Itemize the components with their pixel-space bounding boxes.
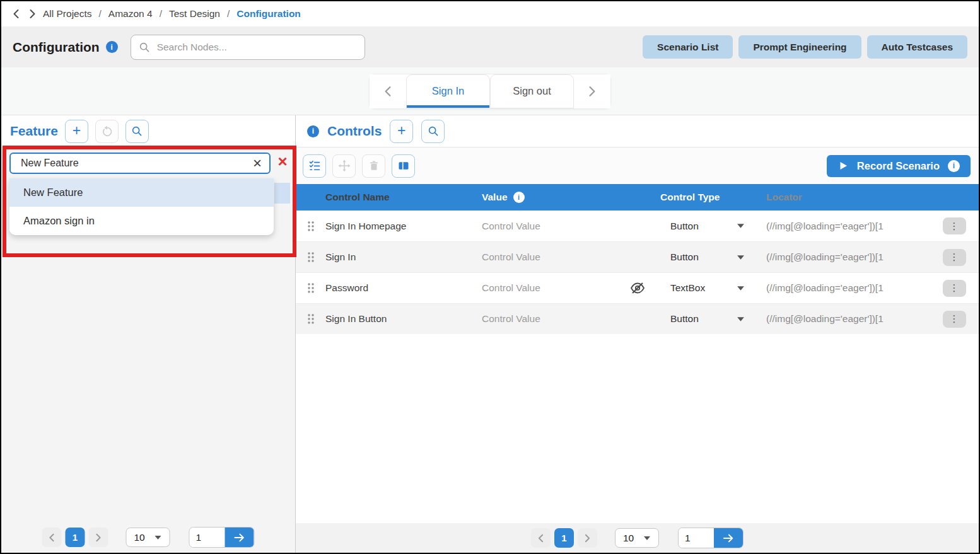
menu-cell: ⋮ <box>930 280 979 297</box>
goto-page-button[interactable] <box>714 528 743 548</box>
control-name-cell[interactable]: Sign In <box>325 251 482 263</box>
goto-page-input[interactable] <box>679 528 714 548</box>
locator-cell[interactable]: (//img[@loading='eager'])[1 <box>766 313 930 325</box>
drag-handle[interactable] <box>296 251 325 263</box>
chevron-left-icon <box>538 534 544 543</box>
control-value-cell[interactable]: Control Value <box>482 313 630 325</box>
next-page-button[interactable] <box>89 528 108 547</box>
control-name-header: Control Name <box>325 192 482 203</box>
clear-input-icon[interactable]: × <box>252 156 263 171</box>
add-control-button[interactable]: + <box>390 120 413 143</box>
search-control-button[interactable] <box>421 120 445 143</box>
control-name-cell[interactable]: Sign In Button <box>325 313 482 325</box>
kebab-menu-icon[interactable]: ⋮ <box>943 311 966 328</box>
breadcrumb-item-all-projects[interactable]: All Projects <box>43 8 92 20</box>
feature-search-input[interactable] <box>20 157 252 170</box>
tab-sign-out[interactable]: Sign out <box>490 74 574 108</box>
controls-toolbar: Record Scenario i <box>296 147 979 184</box>
control-value-cell[interactable]: Control Value <box>482 221 630 232</box>
tab-sign-in[interactable]: Sign In <box>406 74 490 108</box>
prev-page-button[interactable] <box>531 528 551 548</box>
chevron-down-icon[interactable] <box>737 255 745 260</box>
undo-button[interactable] <box>95 120 119 143</box>
plus-icon: + <box>397 124 405 138</box>
main-content: Feature + <box>1 115 979 553</box>
close-search-icon[interactable]: × <box>272 153 293 170</box>
breadcrumb-item-amazon-4[interactable]: Amazon 4 <box>108 8 153 20</box>
columns-icon <box>397 159 410 172</box>
controls-pagination: 1 10 <box>531 528 744 548</box>
chevron-down-icon[interactable] <box>737 316 745 322</box>
goto-page-input[interactable] <box>190 528 225 547</box>
control-name-cell[interactable]: Sign In Homepage <box>325 221 482 232</box>
drag-handle[interactable] <box>296 220 325 233</box>
chevron-down-icon[interactable] <box>737 286 745 291</box>
prompt-engineering-button[interactable]: Prompt Engineering <box>738 35 861 59</box>
kebab-menu-icon[interactable]: ⋮ <box>943 217 966 234</box>
nav-back-button[interactable] <box>8 6 24 22</box>
page-title: Configuration i <box>13 40 118 55</box>
controls-footer: 1 10 <box>296 523 979 553</box>
breadcrumb-item-test-design[interactable]: Test Design <box>169 8 220 20</box>
move-controls-button[interactable] <box>332 154 356 178</box>
undo-icon <box>101 125 113 137</box>
control-type-cell: Button <box>655 221 766 232</box>
multi-select-button[interactable] <box>303 154 326 178</box>
drag-handle[interactable] <box>296 313 325 325</box>
locator-cell[interactable]: (//img[@loading='eager'])[1 <box>766 251 930 263</box>
current-page-button[interactable]: 1 <box>66 528 85 547</box>
dropdown-option-amazon-sign-in[interactable]: Amazon sign in <box>9 207 274 235</box>
nav-forward-button[interactable] <box>24 6 40 22</box>
control-type-cell: TextBox <box>655 282 766 294</box>
value-header-text: Value <box>482 192 508 203</box>
page-title-text: Configuration <box>13 40 100 55</box>
locator-cell[interactable]: (//img[@loading='eager'])[1 <box>766 221 930 232</box>
control-name-cell[interactable]: Password <box>325 282 482 294</box>
control-type-value: Button <box>670 251 699 263</box>
control-type-value: Button <box>670 221 699 232</box>
chevron-right-icon <box>585 534 590 543</box>
chevron-down-icon <box>155 535 162 540</box>
columns-button[interactable] <box>392 154 415 178</box>
table-empty-area <box>296 334 979 523</box>
next-page-button[interactable] <box>578 528 597 548</box>
tabs-scroll-right-button[interactable] <box>574 74 610 108</box>
feature-panel: Feature + <box>1 115 296 553</box>
arrow-right-icon <box>233 531 246 544</box>
auto-testcases-button[interactable]: Auto Testcases <box>867 35 967 59</box>
delete-controls-button[interactable] <box>362 154 385 178</box>
tabs-scroll-left-button[interactable] <box>370 74 406 108</box>
info-icon[interactable]: i <box>307 125 319 137</box>
chevron-down-icon[interactable] <box>737 223 745 229</box>
chevron-left-icon <box>13 9 20 19</box>
page-size-select[interactable]: 10 <box>126 528 170 547</box>
search-feature-button[interactable] <box>125 120 149 143</box>
kebab-menu-icon[interactable]: ⋮ <box>943 280 966 297</box>
goto-page-button[interactable] <box>225 528 254 547</box>
locator-cell[interactable]: (//img[@loading='eager'])[1 <box>766 282 930 294</box>
page-size-value: 10 <box>134 532 145 543</box>
scenario-list-button[interactable]: Scenario List <box>643 35 733 59</box>
add-feature-button[interactable]: + <box>65 120 88 143</box>
control-value-cell[interactable]: Control Value <box>482 251 630 263</box>
breadcrumb: All Projects / Amazon 4 / Test Design / … <box>1 1 979 26</box>
search-nodes-input[interactable] <box>156 41 357 54</box>
menu-cell: ⋮ <box>930 217 979 234</box>
info-icon[interactable]: i <box>948 160 960 172</box>
dropdown-option-new-feature[interactable]: New Feature <box>9 178 274 207</box>
info-icon[interactable]: i <box>513 192 525 203</box>
kebab-menu-icon[interactable]: ⋮ <box>943 249 966 266</box>
record-scenario-button[interactable]: Record Scenario i <box>827 155 971 177</box>
eye-slash-icon[interactable] <box>630 280 645 296</box>
menu-cell: ⋮ <box>930 311 979 328</box>
goto-page-group <box>678 528 744 548</box>
page-size-select[interactable]: 10 <box>615 528 659 548</box>
info-icon[interactable]: i <box>106 41 118 53</box>
prev-page-button[interactable] <box>42 528 62 547</box>
current-page-button[interactable]: 1 <box>554 528 574 548</box>
control-type-header: Control Type <box>655 192 766 203</box>
drag-handle[interactable] <box>296 282 325 294</box>
chevron-right-icon <box>588 86 596 97</box>
feature-search-field: × <box>9 153 271 174</box>
control-value-cell[interactable]: Control Value <box>482 282 630 294</box>
